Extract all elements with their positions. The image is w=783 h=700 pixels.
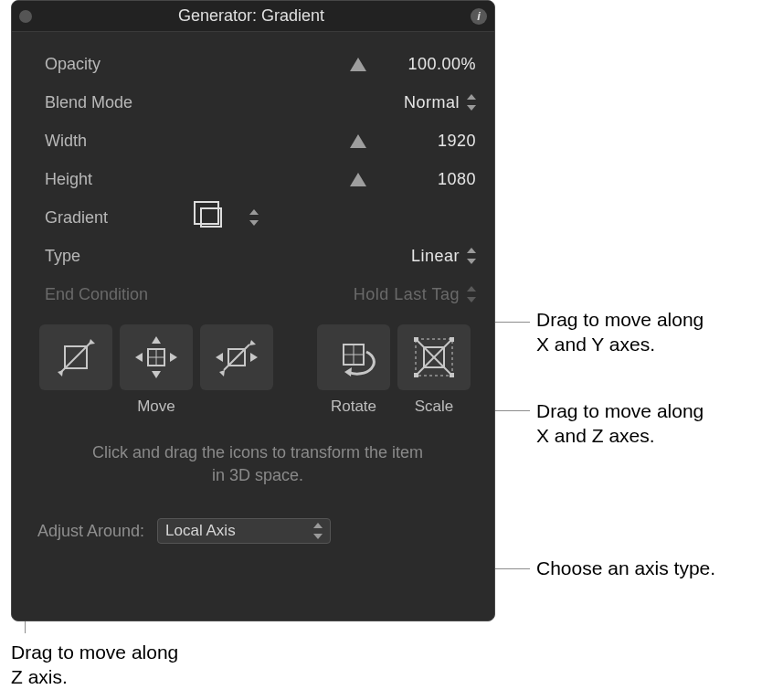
rotate-label: Rotate — [317, 398, 390, 416]
transform-hint: Click and drag the icons to transform th… — [84, 441, 431, 487]
svg-marker-14 — [250, 353, 258, 362]
svg-marker-9 — [135, 353, 143, 362]
svg-rect-25 — [414, 337, 418, 342]
slider-thumb-icon[interactable] — [350, 173, 366, 186]
label-type: Type — [45, 247, 200, 266]
svg-rect-28 — [450, 373, 454, 377]
svg-marker-8 — [152, 371, 161, 378]
inspector-panel: Generator: Gradient i Opacity 100.00% Bl… — [11, 0, 495, 621]
stepper-icon — [313, 523, 323, 539]
info-icon[interactable]: i — [471, 8, 487, 25]
rotate-icon — [330, 334, 377, 381]
scale-icon — [410, 334, 458, 381]
move-xy-icon — [132, 334, 180, 381]
row-height: Height 1080 — [45, 160, 476, 198]
slider-thumb-icon[interactable] — [350, 134, 366, 148]
value-opacity[interactable]: 100.00% — [368, 55, 476, 74]
slider-height[interactable] — [200, 168, 368, 190]
row-type: Type Linear — [45, 237, 476, 275]
move-xy-tool[interactable] — [120, 324, 193, 390]
move-label: Move — [120, 398, 193, 416]
svg-marker-16 — [219, 370, 225, 377]
adjust-around-value: Local Axis — [165, 522, 236, 540]
row-opacity: Opacity 100.00% — [45, 45, 476, 83]
svg-rect-27 — [414, 373, 418, 377]
value-blendmode[interactable]: Normal — [404, 93, 460, 112]
blank-label — [39, 398, 112, 416]
slider-width[interactable] — [200, 130, 368, 152]
label-width: Width — [45, 132, 200, 151]
gradient-well-icon[interactable] — [200, 207, 222, 228]
label-opacity: Opacity — [45, 55, 200, 74]
row-width: Width 1920 — [45, 122, 476, 160]
row-endcondition: End Condition Hold Last Tag — [45, 275, 476, 313]
callout-move-z: Drag to move alongZ axis. — [11, 640, 178, 690]
stepper-icon[interactable] — [249, 209, 259, 226]
move-z-tool[interactable] — [39, 324, 112, 390]
svg-marker-20 — [344, 367, 352, 377]
stepper-icon[interactable] — [467, 248, 476, 264]
adjust-around-select[interactable]: Local Axis — [157, 518, 331, 544]
callout-axis-type: Choose an axis type. — [536, 556, 715, 580]
scale-label: Scale — [397, 398, 471, 416]
svg-marker-10 — [170, 353, 177, 362]
move-xz-tool[interactable] — [200, 324, 273, 390]
stepper-icon — [467, 286, 476, 302]
adjust-around-label: Adjust Around: — [37, 522, 144, 541]
window-titlebar: Generator: Gradient i — [12, 1, 494, 32]
svg-marker-7 — [152, 336, 161, 344]
move-z-icon — [52, 334, 100, 381]
close-button[interactable] — [19, 10, 32, 23]
svg-marker-15 — [249, 340, 256, 345]
rotate-tool[interactable] — [317, 324, 390, 390]
move-xz-icon — [213, 334, 260, 381]
value-endcondition: Hold Last Tag — [354, 285, 460, 304]
stepper-icon[interactable] — [467, 94, 476, 111]
callout-move-xz: Drag to move alongX and Z axes. — [536, 398, 704, 449]
svg-marker-2 — [89, 339, 95, 345]
svg-marker-13 — [216, 353, 223, 362]
row-blendmode: Blend Mode Normal — [45, 83, 476, 122]
scale-tool[interactable] — [397, 324, 471, 390]
value-height[interactable]: 1080 — [368, 170, 476, 189]
label-endcondition: End Condition — [45, 285, 200, 304]
blank-label — [200, 398, 273, 416]
slider-thumb-icon[interactable] — [350, 58, 366, 71]
label-height: Height — [45, 170, 200, 189]
svg-marker-3 — [58, 370, 63, 377]
label-blendmode: Blend Mode — [45, 93, 200, 112]
value-type[interactable]: Linear — [411, 247, 460, 266]
row-gradient: Gradient — [45, 198, 476, 237]
callout-move-xy: Drag to move alongX and Y axes. — [536, 307, 704, 357]
value-width[interactable]: 1920 — [368, 132, 476, 151]
label-gradient: Gradient — [45, 208, 200, 228]
slider-opacity[interactable] — [200, 53, 368, 75]
svg-rect-26 — [450, 337, 454, 342]
window-title: Generator: Gradient — [178, 6, 324, 26]
